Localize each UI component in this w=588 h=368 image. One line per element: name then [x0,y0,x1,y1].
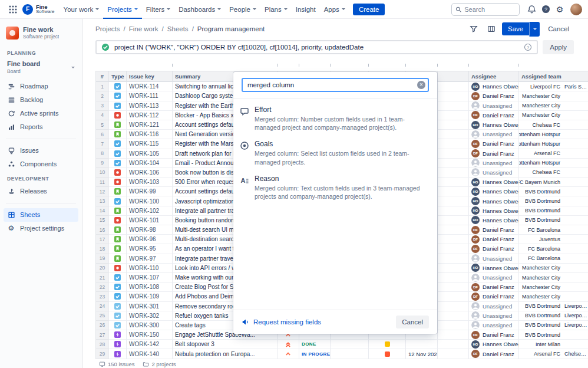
breadcrumb-projects[interactable]: Projects [95,25,120,32]
issue-key[interactable]: WORK-99 [127,187,173,196]
nav-projects[interactable]: Projects [103,0,142,19]
row-number[interactable]: 10 [96,168,109,178]
create-button[interactable]: Create [353,4,385,15]
hidden-cell[interactable] [331,340,369,349]
hidden-cell[interactable] [438,168,469,178]
row-number[interactable]: 2 [96,91,109,101]
sidebar-item-releases[interactable]: Releases [4,185,78,198]
hidden-cell[interactable] [438,101,469,111]
row-number[interactable]: 11 [96,178,109,187]
hidden-cell[interactable] [438,130,469,139]
nav-your-work[interactable]: Your work [60,0,104,19]
issue-summary[interactable]: Belt stopover 3 [173,340,278,349]
nav-plans[interactable]: Plans [260,0,292,19]
issue-key[interactable]: WORK-150 [127,330,173,340]
row-number[interactable]: 23 [96,292,109,301]
row-number[interactable]: 14 [96,206,109,216]
query-help-icon[interactable]: ? [524,43,532,51]
jql-query-input[interactable]: project IN ("WORK", "OKR") ORDER BY cf[1… [95,40,538,54]
modal-cancel-button[interactable]: Cancel [396,316,429,328]
hidden-cell[interactable] [438,292,469,301]
sidebar-item-roadmap[interactable]: Roadmap [4,80,78,93]
issue-key[interactable]: WORK-96 [127,235,173,244]
hidden-cell[interactable] [438,82,469,91]
row-number[interactable]: 16 [96,225,109,235]
column-header-hidden-6[interactable] [438,71,469,82]
hidden-cell[interactable] [438,330,469,340]
issue-key[interactable]: WORK-112 [127,111,173,120]
issue-key[interactable]: WORK-121 [127,120,173,130]
sidebar-item-backlog[interactable]: Backlog [4,93,78,107]
issue-key[interactable]: WORK-108 [127,282,173,292]
settings-button[interactable]: ⚙ [553,2,567,17]
row-number[interactable]: 19 [96,254,109,264]
hidden-cell[interactable] [438,196,469,206]
hidden-cell[interactable] [438,340,469,349]
issue-key[interactable]: WORK-98 [127,225,173,235]
issue-key[interactable]: WORK-101 [127,216,173,225]
issue-key[interactable]: WORK-302 [127,311,173,321]
issue-key[interactable]: WORK-106 [127,168,173,178]
app-switcher-button[interactable] [6,2,20,17]
field-search-input[interactable] [242,78,429,92]
issue-key[interactable]: WORK-97 [127,254,173,264]
row-number[interactable]: 21 [96,273,109,282]
row-number[interactable]: 8 [96,149,109,159]
column-header-assignee[interactable]: Assignee [469,71,519,82]
app-logo[interactable]: F Fine Software [22,4,55,15]
nav-insight[interactable]: Insight [292,0,320,19]
issue-key[interactable]: WORK-301 [127,302,173,311]
row-number[interactable]: 13 [96,196,109,206]
sidebar-item-active-sprints[interactable]: Active sprints [4,107,78,120]
sidebar-item-reports[interactable]: Reports [4,120,78,134]
help-button[interactable]: ? [539,2,553,17]
filter-button[interactable] [467,22,481,36]
row-number[interactable]: 25 [96,311,109,321]
search-input[interactable] [464,6,516,13]
hidden-cell[interactable] [438,149,469,159]
request-missing-fields-link[interactable]: Request missing fields [242,318,321,326]
hidden-cell[interactable] [438,311,469,321]
sidebar-item-sheets[interactable]: Sheets [4,208,78,222]
hidden-cell[interactable] [438,321,469,330]
hidden-cell[interactable] [438,139,469,149]
hidden-cell[interactable] [438,225,469,235]
hidden-cell[interactable] [438,91,469,101]
column-header-number[interactable]: # [96,71,109,82]
issue-key[interactable]: WORK-103 [127,178,173,187]
issue-key[interactable]: WORK-105 [127,149,173,159]
hidden-cell[interactable] [438,349,469,359]
issue-key[interactable]: WORK-111 [127,91,173,101]
hidden-cell[interactable] [438,187,469,196]
row-number[interactable]: 22 [96,282,109,292]
issue-key[interactable]: WORK-107 [127,273,173,282]
row-number[interactable]: 6 [96,130,109,139]
nav-filters[interactable]: Filters [142,0,174,19]
sidebar-item-components[interactable]: Components [4,157,78,171]
breadcrumb-current-page[interactable]: Program management [197,25,265,32]
issue-key[interactable]: WORK-104 [127,159,173,168]
issue-key[interactable]: WORK-109 [127,292,173,301]
issue-key[interactable]: WORK-95 [127,244,173,254]
issue-key[interactable]: WORK-102 [127,206,173,216]
sidebar-item-project-settings[interactable]: ⚙ Project settings [4,222,78,235]
date-value[interactable] [406,340,438,349]
field-option-goals[interactable]: Goals Merged column: Select list custom … [233,136,437,170]
hidden-cell[interactable] [438,111,469,120]
nav-apps[interactable]: Apps [320,0,349,19]
column-header-issue-key[interactable]: Issue key [127,71,173,82]
issue-key[interactable]: WORK-300 [127,321,173,330]
row-number[interactable]: 4 [96,111,109,120]
issue-key[interactable]: WORK-142 [127,340,173,349]
board-selector[interactable]: Fine board Board [4,59,78,79]
row-number[interactable]: 20 [96,264,109,273]
hidden-cell[interactable] [438,264,469,273]
issue-key[interactable]: WORK-110 [127,264,173,273]
hidden-cell[interactable] [438,254,469,264]
row-number[interactable]: 1 [96,82,109,91]
row-number[interactable]: 17 [96,235,109,244]
row-number[interactable]: 18 [96,244,109,254]
hidden-cell[interactable] [331,349,369,359]
row-number[interactable]: 5 [96,120,109,130]
nav-dashboards[interactable]: Dashboards [174,0,225,19]
